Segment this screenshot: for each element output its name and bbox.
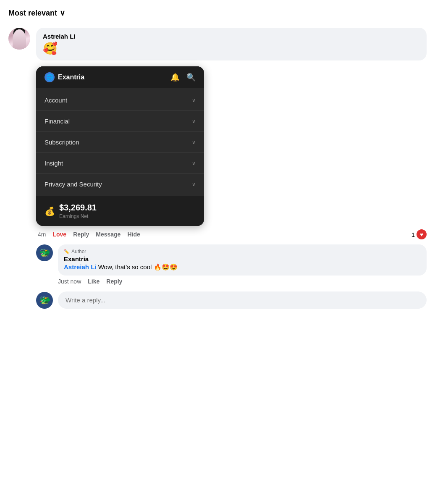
like-button-reply[interactable]: Like	[88, 278, 100, 285]
top-comment-row: Astreiah Li 🥰 🌐 Exantria 🔔 🔍	[8, 28, 427, 239]
reply-message: Wow, that's so cool 🔥🤩😍	[97, 263, 178, 270]
chevron-insight-icon: ∨	[192, 160, 196, 166]
globe-icon: 🌐	[45, 72, 55, 82]
reply-author-name: Exantria	[64, 255, 421, 262]
menu-label-insight: Insight	[45, 160, 63, 167]
app-name: Exantria	[58, 74, 84, 81]
menu-item-privacy[interactable]: Privacy and Security ∨	[36, 174, 204, 194]
avatar-astreiah	[8, 28, 30, 50]
author-badge: ✏️ Author	[64, 249, 86, 255]
reply-comment-row: 🐲 ✏️ Author Exantria Astreiah Li Wow, th…	[36, 244, 427, 285]
mention-link[interactable]: Astreiah Li	[64, 263, 97, 270]
app-menu: Account ∨ Financial ∨ Subscription ∨	[36, 88, 204, 196]
earnings-info: $3,269.81 Earnings Net	[59, 203, 97, 219]
menu-label-subscription: Subscription	[45, 139, 79, 146]
reply-bubble: ✏️ Author Exantria Astreiah Li Wow, that…	[58, 244, 427, 276]
message-button[interactable]: Message	[96, 231, 121, 238]
top-comment-actions: 4m Love Reply Message Hide 1 ♥	[36, 229, 427, 239]
love-button[interactable]: Love	[52, 231, 66, 238]
earnings-label: Earnings Net	[59, 213, 97, 219]
comment-thread: Astreiah Li 🥰 🌐 Exantria 🔔 🔍	[8, 28, 427, 309]
top-comment-time: 4m	[38, 231, 46, 238]
app-logo-area: 🌐 Exantria	[45, 72, 84, 82]
menu-item-financial[interactable]: Financial ∨	[36, 111, 204, 132]
avatar-exantria-reply: 🐲	[36, 244, 53, 261]
menu-label-financial: Financial	[45, 118, 70, 125]
chevron-privacy-icon: ∨	[192, 181, 196, 187]
pencil-icon: ✏️	[64, 249, 70, 255]
menu-item-subscription[interactable]: Subscription ∨	[36, 132, 204, 153]
app-footer: 💰 $3,269.81 Earnings Net	[36, 196, 204, 226]
money-icon: 💰	[45, 206, 55, 216]
reply-comment-actions: Just now Like Reply	[58, 278, 427, 285]
write-reply-input[interactable]	[58, 291, 427, 309]
menu-label-account: Account	[45, 97, 67, 104]
avatar-exantria-input: 🐲	[36, 292, 53, 309]
reaction-count-area: 1 ♥	[411, 229, 427, 239]
menu-label-privacy: Privacy and Security	[45, 181, 102, 188]
hide-button[interactable]: Hide	[127, 231, 140, 238]
reply-button-reply[interactable]: Reply	[106, 278, 122, 285]
author-badge-label: Author	[71, 249, 86, 255]
heart-reaction-icon: ♥	[417, 229, 427, 239]
top-comment-content: Astreiah Li 🥰 🌐 Exantria 🔔 🔍	[36, 28, 427, 239]
sort-header[interactable]: Most relevant ∨	[8, 8, 427, 18]
reply-author-tag: ✏️ Author	[64, 249, 421, 255]
dragon-icon: 🐲	[39, 247, 50, 258]
reaction-number: 1	[411, 231, 415, 238]
app-header: 🌐 Exantria 🔔 🔍	[36, 66, 204, 88]
sort-label: Most relevant	[8, 9, 57, 18]
reply-time: Just now	[58, 278, 81, 285]
bell-icon[interactable]: 🔔	[170, 73, 180, 82]
chevron-account-icon: ∨	[192, 97, 196, 103]
chevron-subscription-icon: ∨	[192, 139, 196, 145]
reply-thread: 🐲 ✏️ Author Exantria Astreiah Li Wow, th…	[36, 244, 427, 309]
reply-content: ✏️ Author Exantria Astreiah Li Wow, that…	[58, 244, 427, 285]
top-comment-author: Astreiah Li	[43, 33, 420, 40]
app-popup: 🌐 Exantria 🔔 🔍 Account ∨	[36, 66, 204, 226]
chevron-financial-icon: ∨	[192, 118, 196, 124]
earnings-amount: $3,269.81	[59, 203, 97, 213]
search-icon[interactable]: 🔍	[186, 73, 196, 82]
top-comment-emoji: 🥰	[43, 42, 420, 55]
menu-item-insight[interactable]: Insight ∨	[36, 153, 204, 174]
app-header-icons: 🔔 🔍	[170, 73, 196, 82]
chevron-down-icon: ∨	[60, 8, 65, 18]
body	[13, 29, 26, 50]
dragon-icon-input: 🐲	[39, 295, 50, 306]
top-comment-bubble: Astreiah Li 🥰	[36, 28, 427, 60]
menu-item-account[interactable]: Account ∨	[36, 90, 204, 111]
write-reply-row: 🐲	[36, 291, 427, 309]
reply-text: Astreiah Li Wow, that's so cool 🔥🤩😍	[64, 262, 421, 271]
reply-button-top[interactable]: Reply	[73, 231, 89, 238]
